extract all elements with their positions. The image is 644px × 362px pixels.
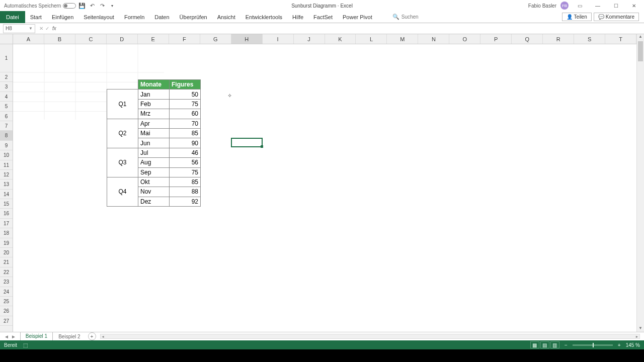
tab-ansicht[interactable]: Ansicht <box>212 12 240 22</box>
ribbon-display-icon[interactable]: ▭ <box>573 1 587 10</box>
row-headers[interactable]: 1234567891011121314151617181920212223242… <box>0 44 13 332</box>
row-header-1[interactable]: 1 <box>0 44 13 72</box>
qat-customize-icon[interactable]: ▾ <box>108 2 116 10</box>
tab-factset[interactable]: FactSet <box>308 12 338 22</box>
row-header-22[interactable]: 22 <box>0 267 13 277</box>
tell-me-search[interactable]: 🔍 Suchen <box>392 14 419 20</box>
scroll-down-icon[interactable]: ▼ <box>637 326 644 332</box>
col-header-R[interactable]: R <box>543 34 574 44</box>
redo-icon[interactable]: ↷ <box>98 2 106 10</box>
zoom-slider[interactable] <box>573 344 613 346</box>
zoom-in-icon[interactable]: + <box>618 342 621 348</box>
tab-daten[interactable]: Daten <box>149 12 174 22</box>
sheet-tab-0[interactable]: Beispiel 1 <box>20 332 53 341</box>
col-header-B[interactable]: B <box>44 34 75 44</box>
name-box[interactable]: H8▼ <box>3 24 35 33</box>
row-header-5[interactable]: 5 <box>0 102 13 111</box>
row-header-23[interactable]: 23 <box>0 277 13 287</box>
col-header-M[interactable]: M <box>387 34 418 44</box>
tab-einfügen[interactable]: Einfügen <box>47 12 78 22</box>
scroll-thumb[interactable] <box>638 41 643 61</box>
add-sheet-button[interactable]: + <box>88 332 96 340</box>
col-header-G[interactable]: G <box>200 34 231 44</box>
tab-power pivot[interactable]: Power Pivot <box>338 12 377 22</box>
row-header-15[interactable]: 15 <box>0 199 13 209</box>
row-header-8[interactable]: 8 <box>0 131 13 140</box>
save-icon[interactable]: 💾 <box>78 2 86 10</box>
col-header-N[interactable]: N <box>418 34 449 44</box>
view-pagelayout-icon[interactable]: ▤ <box>540 341 549 348</box>
tab-entwicklertools[interactable]: Entwicklertools <box>240 12 287 22</box>
row-header-13[interactable]: 13 <box>0 179 13 189</box>
row-header-11[interactable]: 11 <box>0 160 13 170</box>
row-header-2[interactable]: 2 <box>0 72 13 82</box>
row-header-18[interactable]: 18 <box>0 228 13 238</box>
col-header-H[interactable]: H <box>231 34 263 44</box>
select-all-corner[interactable] <box>0 34 13 44</box>
col-header-Q[interactable]: Q <box>512 34 543 44</box>
maximize-icon[interactable]: ☐ <box>609 1 623 10</box>
row-header-3[interactable]: 3 <box>0 82 13 92</box>
enter-formula-icon[interactable]: ✓ <box>45 26 49 31</box>
col-header-J[interactable]: J <box>294 34 325 44</box>
user-avatar[interactable]: FB <box>560 2 569 10</box>
autosave-toggle[interactable] <box>63 3 76 9</box>
minimize-icon[interactable]: — <box>591 1 605 10</box>
col-header-C[interactable]: C <box>75 34 107 44</box>
comments-button[interactable]: 💬Kommentare <box>594 13 639 21</box>
formula-input[interactable] <box>56 24 644 33</box>
col-header-S[interactable]: S <box>574 34 605 44</box>
tab-start[interactable]: Start <box>25 12 47 22</box>
row-header-10[interactable]: 10 <box>0 150 13 160</box>
tab-formeln[interactable]: Formeln <box>119 12 149 22</box>
tab-hilfe[interactable]: Hilfe <box>287 12 308 22</box>
row-header-14[interactable]: 14 <box>0 190 13 199</box>
row-header-26[interactable]: 26 <box>0 306 13 316</box>
row-header-7[interactable]: 7 <box>0 121 13 131</box>
cancel-formula-icon[interactable]: ✕ <box>39 26 43 31</box>
vertical-scrollbar[interactable]: ▲ ▼ <box>636 34 644 332</box>
row-header-6[interactable]: 6 <box>0 112 13 121</box>
scroll-up-icon[interactable]: ▲ <box>637 34 644 40</box>
share-button[interactable]: 👤Teilen <box>562 13 592 21</box>
row-header-4[interactable]: 4 <box>0 92 13 102</box>
col-header-L[interactable]: L <box>356 34 387 44</box>
row-header-12[interactable]: 12 <box>0 170 13 179</box>
record-macro-icon[interactable]: ⬚ <box>23 342 28 348</box>
row-header-27[interactable]: 27 <box>0 316 13 326</box>
col-header-I[interactable]: I <box>263 34 294 44</box>
sheet-nav[interactable]: ◄► <box>0 334 20 339</box>
col-header-D[interactable]: D <box>107 34 138 44</box>
col-header-A[interactable]: A <box>13 34 44 44</box>
tab-überprüfen[interactable]: Überprüfen <box>175 12 212 22</box>
row-header-16[interactable]: 16 <box>0 209 13 218</box>
fx-icon[interactable]: fx <box>52 26 56 31</box>
row-header-17[interactable]: 17 <box>0 219 13 228</box>
worksheet-grid[interactable]: ABCDEFGHIJKLMNOPQRST 1234567891011121314… <box>0 34 644 332</box>
active-cell[interactable] <box>231 138 263 147</box>
row-header-19[interactable]: 19 <box>0 238 13 248</box>
row-header-9[interactable]: 9 <box>0 141 13 150</box>
row-header-20[interactable]: 20 <box>0 248 13 257</box>
col-header-E[interactable]: E <box>138 34 169 44</box>
undo-icon[interactable]: ↶ <box>88 2 96 10</box>
horizontal-scrollbar[interactable]: ◄ ► <box>100 334 640 339</box>
close-icon[interactable]: ✕ <box>627 1 641 10</box>
view-normal-icon[interactable]: ▦ <box>530 341 539 348</box>
sheet-tab-1[interactable]: Beispiel 2 <box>53 332 86 341</box>
tab-file[interactable]: Datei <box>0 11 25 23</box>
column-headers[interactable]: ABCDEFGHIJKLMNOPQRST <box>13 34 636 44</box>
col-header-O[interactable]: O <box>449 34 480 44</box>
view-pagebreak-icon[interactable]: ▥ <box>550 341 559 348</box>
col-header-P[interactable]: P <box>480 34 512 44</box>
zoom-level[interactable]: 145 % <box>626 342 640 348</box>
row-header-21[interactable]: 21 <box>0 257 13 267</box>
tab-seitenlayout[interactable]: Seitenlayout <box>78 12 119 22</box>
col-header-T[interactable]: T <box>605 34 636 44</box>
zoom-out-icon[interactable]: − <box>565 342 568 348</box>
row-header-25[interactable]: 25 <box>0 297 13 306</box>
col-header-K[interactable]: K <box>325 34 356 44</box>
row-header-24[interactable]: 24 <box>0 287 13 297</box>
col-header-F[interactable]: F <box>169 34 200 44</box>
cells-area[interactable]: MonateFiguresQ1Jan50Feb75Mrz60Q2Apr70Mai… <box>13 44 636 332</box>
